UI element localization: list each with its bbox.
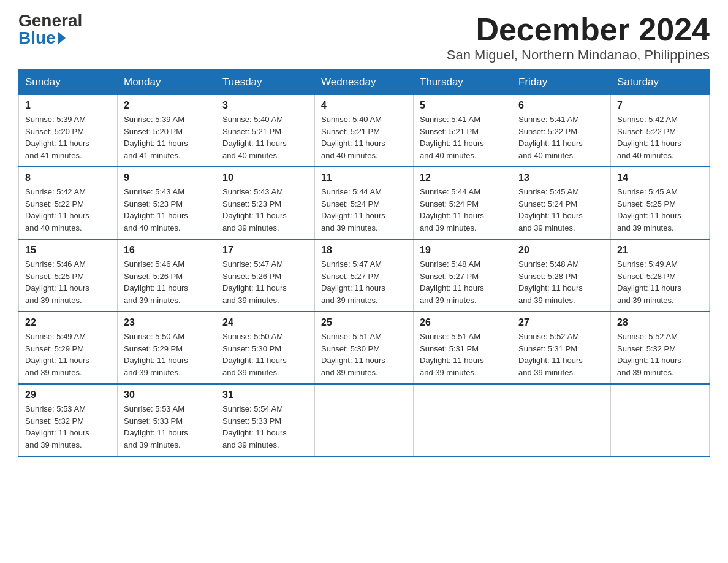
day-info: Sunrise: 5:42 AM Sunset: 5:22 PM Dayligh… [617, 113, 703, 161]
calendar-cell: 26 Sunrise: 5:51 AM Sunset: 5:31 PM Dayl… [414, 312, 512, 384]
day-info: Sunrise: 5:46 AM Sunset: 5:26 PM Dayligh… [124, 258, 210, 306]
day-info: Sunrise: 5:44 AM Sunset: 5:24 PM Dayligh… [321, 186, 407, 234]
day-info: Sunrise: 5:48 AM Sunset: 5:28 PM Dayligh… [518, 258, 604, 306]
day-number: 28 [617, 317, 703, 328]
day-number: 21 [617, 245, 703, 256]
day-number: 12 [420, 172, 506, 183]
day-info: Sunrise: 5:48 AM Sunset: 5:27 PM Dayligh… [420, 258, 506, 306]
day-number: 17 [222, 245, 308, 256]
calendar-cell: 14 Sunrise: 5:45 AM Sunset: 5:25 PM Dayl… [611, 167, 710, 239]
day-info: Sunrise: 5:52 AM Sunset: 5:32 PM Dayligh… [617, 331, 703, 378]
column-header-tuesday: Tuesday [216, 70, 315, 95]
calendar-cell: 11 Sunrise: 5:44 AM Sunset: 5:24 PM Dayl… [315, 167, 414, 239]
title-area: December 2024 San Miguel, Northern Minda… [447, 12, 710, 63]
day-number: 31 [222, 389, 308, 400]
day-number: 15 [25, 245, 111, 256]
day-info: Sunrise: 5:51 AM Sunset: 5:31 PM Dayligh… [420, 331, 506, 378]
calendar-cell: 29 Sunrise: 5:53 AM Sunset: 5:32 PM Dayl… [19, 384, 118, 456]
column-header-saturday: Saturday [611, 70, 710, 95]
day-info: Sunrise: 5:44 AM Sunset: 5:24 PM Dayligh… [420, 186, 506, 234]
day-info: Sunrise: 5:50 AM Sunset: 5:30 PM Dayligh… [222, 331, 308, 378]
day-number: 16 [124, 245, 210, 256]
calendar-cell: 19 Sunrise: 5:48 AM Sunset: 5:27 PM Dayl… [414, 239, 512, 312]
calendar-cell: 8 Sunrise: 5:42 AM Sunset: 5:22 PM Dayli… [19, 167, 118, 239]
day-info: Sunrise: 5:40 AM Sunset: 5:21 PM Dayligh… [321, 113, 407, 161]
day-number: 6 [518, 100, 604, 111]
day-number: 8 [25, 172, 111, 183]
page-header: General Blue December 2024 San Miguel, N… [18, 12, 710, 63]
calendar-cell: 27 Sunrise: 5:52 AM Sunset: 5:31 PM Dayl… [512, 312, 611, 384]
calendar-cell [512, 384, 611, 456]
calendar-week-1: 1 Sunrise: 5:39 AM Sunset: 5:20 PM Dayli… [19, 95, 710, 167]
day-number: 30 [124, 389, 210, 400]
logo-blue-text: Blue [18, 29, 66, 47]
header-row: SundayMondayTuesdayWednesdayThursdayFrid… [19, 70, 710, 95]
day-number: 18 [321, 245, 407, 256]
day-info: Sunrise: 5:47 AM Sunset: 5:26 PM Dayligh… [222, 258, 308, 306]
day-info: Sunrise: 5:47 AM Sunset: 5:27 PM Dayligh… [321, 258, 407, 306]
column-header-wednesday: Wednesday [315, 70, 414, 95]
day-info: Sunrise: 5:45 AM Sunset: 5:24 PM Dayligh… [518, 186, 604, 234]
day-number: 22 [25, 317, 111, 328]
day-number: 27 [518, 317, 604, 328]
calendar-cell: 7 Sunrise: 5:42 AM Sunset: 5:22 PM Dayli… [611, 95, 710, 167]
day-info: Sunrise: 5:53 AM Sunset: 5:32 PM Dayligh… [25, 403, 111, 451]
day-info: Sunrise: 5:53 AM Sunset: 5:33 PM Dayligh… [124, 403, 210, 451]
day-number: 26 [420, 317, 506, 328]
day-info: Sunrise: 5:49 AM Sunset: 5:28 PM Dayligh… [617, 258, 703, 306]
calendar-cell: 24 Sunrise: 5:50 AM Sunset: 5:30 PM Dayl… [216, 312, 315, 384]
calendar-cell: 3 Sunrise: 5:40 AM Sunset: 5:21 PM Dayli… [216, 95, 315, 167]
day-number: 9 [124, 172, 210, 183]
calendar-week-4: 22 Sunrise: 5:49 AM Sunset: 5:29 PM Dayl… [19, 312, 710, 384]
month-title: December 2024 [447, 12, 710, 47]
calendar-header: SundayMondayTuesdayWednesdayThursdayFrid… [19, 70, 710, 95]
day-info: Sunrise: 5:50 AM Sunset: 5:29 PM Dayligh… [124, 331, 210, 378]
day-info: Sunrise: 5:41 AM Sunset: 5:21 PM Dayligh… [420, 113, 506, 161]
calendar-cell: 20 Sunrise: 5:48 AM Sunset: 5:28 PM Dayl… [512, 239, 611, 312]
calendar-cell [414, 384, 512, 456]
day-info: Sunrise: 5:45 AM Sunset: 5:25 PM Dayligh… [617, 186, 703, 234]
calendar-cell: 5 Sunrise: 5:41 AM Sunset: 5:21 PM Dayli… [414, 95, 512, 167]
day-number: 4 [321, 100, 407, 111]
day-number: 14 [617, 172, 703, 183]
calendar-cell: 4 Sunrise: 5:40 AM Sunset: 5:21 PM Dayli… [315, 95, 414, 167]
logo-triangle-icon [58, 32, 66, 44]
calendar-week-3: 15 Sunrise: 5:46 AM Sunset: 5:25 PM Dayl… [19, 239, 710, 312]
calendar-cell: 31 Sunrise: 5:54 AM Sunset: 5:33 PM Dayl… [216, 384, 315, 456]
day-number: 3 [222, 100, 308, 111]
day-info: Sunrise: 5:43 AM Sunset: 5:23 PM Dayligh… [222, 186, 308, 234]
calendar-cell: 18 Sunrise: 5:47 AM Sunset: 5:27 PM Dayl… [315, 239, 414, 312]
logo: General Blue [18, 12, 82, 47]
day-info: Sunrise: 5:42 AM Sunset: 5:22 PM Dayligh… [25, 186, 111, 234]
day-number: 10 [222, 172, 308, 183]
day-number: 7 [617, 100, 703, 111]
calendar-cell: 30 Sunrise: 5:53 AM Sunset: 5:33 PM Dayl… [118, 384, 216, 456]
day-info: Sunrise: 5:40 AM Sunset: 5:21 PM Dayligh… [222, 113, 308, 161]
column-header-sunday: Sunday [19, 70, 118, 95]
day-info: Sunrise: 5:54 AM Sunset: 5:33 PM Dayligh… [222, 403, 308, 451]
calendar-cell: 15 Sunrise: 5:46 AM Sunset: 5:25 PM Dayl… [19, 239, 118, 312]
calendar-cell: 17 Sunrise: 5:47 AM Sunset: 5:26 PM Dayl… [216, 239, 315, 312]
column-header-friday: Friday [512, 70, 611, 95]
calendar-cell: 25 Sunrise: 5:51 AM Sunset: 5:30 PM Dayl… [315, 312, 414, 384]
day-info: Sunrise: 5:41 AM Sunset: 5:22 PM Dayligh… [518, 113, 604, 161]
calendar-week-2: 8 Sunrise: 5:42 AM Sunset: 5:22 PM Dayli… [19, 167, 710, 239]
calendar-cell: 28 Sunrise: 5:52 AM Sunset: 5:32 PM Dayl… [611, 312, 710, 384]
day-number: 23 [124, 317, 210, 328]
calendar-cell: 2 Sunrise: 5:39 AM Sunset: 5:20 PM Dayli… [118, 95, 216, 167]
day-info: Sunrise: 5:52 AM Sunset: 5:31 PM Dayligh… [518, 331, 604, 378]
column-header-thursday: Thursday [414, 70, 512, 95]
day-number: 29 [25, 389, 111, 400]
calendar-cell: 21 Sunrise: 5:49 AM Sunset: 5:28 PM Dayl… [611, 239, 710, 312]
calendar-cell [315, 384, 414, 456]
day-number: 1 [25, 100, 111, 111]
calendar-cell: 12 Sunrise: 5:44 AM Sunset: 5:24 PM Dayl… [414, 167, 512, 239]
day-number: 2 [124, 100, 210, 111]
calendar-cell: 23 Sunrise: 5:50 AM Sunset: 5:29 PM Dayl… [118, 312, 216, 384]
day-info: Sunrise: 5:51 AM Sunset: 5:30 PM Dayligh… [321, 331, 407, 378]
day-info: Sunrise: 5:39 AM Sunset: 5:20 PM Dayligh… [124, 113, 210, 161]
calendar-cell: 1 Sunrise: 5:39 AM Sunset: 5:20 PM Dayli… [19, 95, 118, 167]
calendar-week-5: 29 Sunrise: 5:53 AM Sunset: 5:32 PM Dayl… [19, 384, 710, 456]
day-number: 20 [518, 245, 604, 256]
calendar-cell: 6 Sunrise: 5:41 AM Sunset: 5:22 PM Dayli… [512, 95, 611, 167]
